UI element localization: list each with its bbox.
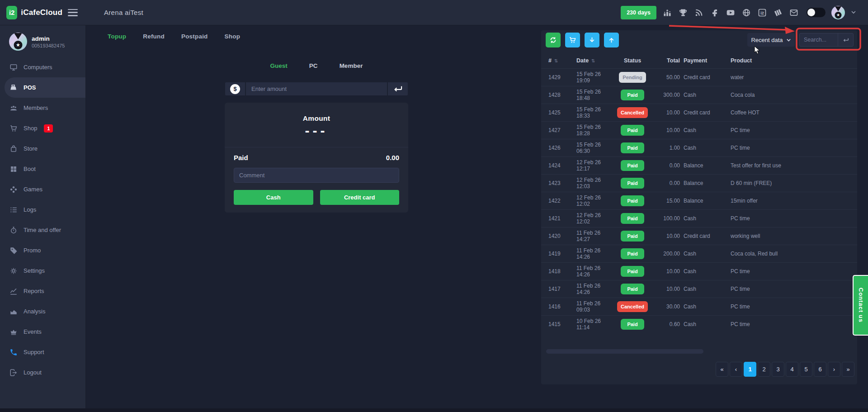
- status-badge: Pending: [619, 72, 646, 83]
- user-profile-block[interactable]: ★ admin 005193482475: [0, 25, 85, 57]
- column-header-payment: Payment: [680, 57, 731, 64]
- cash-button[interactable]: Cash: [234, 190, 313, 205]
- cell-id: 1423: [548, 180, 576, 186]
- sidebar-item-support[interactable]: Support: [0, 342, 85, 362]
- theme-toggle[interactable]: [807, 8, 826, 17]
- amount-input[interactable]: [246, 82, 387, 95]
- download-button[interactable]: [585, 33, 599, 47]
- user-avatar[interactable]: ★: [831, 6, 845, 19]
- sidebar-item-time-and-offer[interactable]: Time and offer: [0, 220, 85, 240]
- column-header-date[interactable]: Date⇅: [576, 57, 615, 64]
- table-row[interactable]: 142715 Feb 26 18:28Paid10.00CashPC time: [541, 121, 857, 139]
- sidebar-item-pos[interactable]: POS: [5, 77, 85, 98]
- facebook-icon[interactable]: [710, 8, 720, 18]
- credit-card-button[interactable]: Credit card: [320, 190, 400, 205]
- page-3-button[interactable]: 3: [772, 362, 784, 377]
- first-page-button[interactable]: «: [716, 362, 728, 377]
- comment-input[interactable]: [234, 168, 399, 183]
- data-range-dropdown[interactable]: Recent data: [747, 33, 795, 47]
- cell-payment: Cash: [680, 127, 731, 133]
- cell-status: Paid: [615, 160, 650, 171]
- medal-icon: ★: [14, 41, 23, 49]
- subscription-days-badge[interactable]: 230 days: [621, 6, 656, 19]
- sidebar-item-logout[interactable]: Logout: [0, 362, 85, 383]
- sidebar-item-label: Support: [24, 349, 44, 355]
- next-page-button[interactable]: ›: [828, 362, 840, 377]
- cell-id: 1429: [548, 74, 576, 81]
- sidebar-item-events[interactable]: Events: [0, 322, 85, 342]
- paid-label: Paid: [234, 154, 248, 161]
- page-1-button[interactable]: 1: [744, 362, 756, 377]
- sidebar-item-computers[interactable]: Computers: [0, 57, 85, 77]
- sidebar-item-promo[interactable]: Promo: [0, 240, 85, 260]
- prev-page-button[interactable]: ‹: [730, 362, 742, 377]
- pos-tab-refund[interactable]: Refund: [143, 33, 165, 40]
- sidebar-item-boot[interactable]: Boot: [0, 159, 85, 179]
- sidebar-item-label: Shop: [24, 125, 37, 132]
- sidebar-item-analysis[interactable]: Analysis: [0, 301, 85, 322]
- page-6-button[interactable]: 6: [814, 362, 826, 377]
- table-row[interactable]: 141811 Feb 26 14:26Paid10.00CashPC time: [541, 262, 857, 280]
- page-5-button[interactable]: 5: [800, 362, 812, 377]
- page-4-button[interactable]: 4: [786, 362, 798, 377]
- search-input[interactable]: [800, 33, 838, 46]
- analysis-icon: [9, 308, 18, 316]
- icafe-icon[interactable]: i2: [757, 8, 767, 18]
- account-tab-member[interactable]: Member: [340, 62, 363, 69]
- leaderboard-icon[interactable]: [662, 8, 672, 18]
- cell-status: Paid: [615, 213, 650, 224]
- chevron-down-icon[interactable]: [851, 9, 856, 17]
- sidebar-item-games[interactable]: Games: [0, 179, 85, 199]
- cart-button[interactable]: [565, 33, 580, 47]
- sidebar-item-settings[interactable]: Settings: [0, 260, 85, 281]
- table-row[interactable]: 142515 Feb 26 18:33Cancelled10.00Credit …: [541, 104, 857, 121]
- table-row[interactable]: 142312 Feb 26 12:03Paid0.00BalanceD 60 m…: [541, 174, 857, 192]
- table-row[interactable]: 142412 Feb 26 12:17Paid0.00BalanceTest o…: [541, 156, 857, 174]
- svg-text:i2: i2: [760, 10, 764, 15]
- pos-tab-postpaid[interactable]: Postpaid: [181, 33, 208, 40]
- app-logo[interactable]: i2 iCafeCloud: [0, 6, 62, 19]
- table-row[interactable]: 141611 Feb 26 09:03Cancelled30.00CashPC …: [541, 298, 857, 315]
- upload-button[interactable]: [604, 33, 619, 47]
- sidebar-item-shop[interactable]: Shop1: [0, 118, 85, 138]
- page-2-button[interactable]: 2: [758, 362, 770, 377]
- status-badge: Paid: [621, 178, 644, 189]
- table-row[interactable]: 141510 Feb 26 11:14Paid0.60CashPC time: [541, 315, 857, 333]
- table-row[interactable]: 142112 Feb 26 12:02Paid100.00CashPC time: [541, 209, 857, 227]
- cell-date: 11 Feb 26 14:27: [576, 230, 615, 242]
- youtube-icon[interactable]: [726, 8, 736, 18]
- trophy-icon[interactable]: [678, 8, 688, 18]
- cell-total: 50.00: [650, 74, 680, 81]
- status-badge: Paid: [621, 231, 644, 242]
- mail-icon[interactable]: [789, 8, 799, 18]
- sidebar-item-members[interactable]: Members: [0, 98, 85, 118]
- search-enter-button[interactable]: [838, 33, 853, 46]
- sidebar-item-reports[interactable]: Reports: [0, 281, 85, 301]
- pos-tab-topup[interactable]: Topup: [108, 33, 126, 40]
- account-tab-guest[interactable]: Guest: [270, 62, 288, 69]
- contact-us-button[interactable]: Contact us: [853, 275, 868, 336]
- table-row[interactable]: 141711 Feb 26 14:26Paid10.00CashPC time: [541, 280, 857, 298]
- table-row[interactable]: 142615 Feb 26 06:30Paid1.00CashPC time: [541, 139, 857, 156]
- amount-enter-button[interactable]: [387, 82, 408, 95]
- refresh-button[interactable]: [546, 33, 561, 47]
- pos-tab-shop[interactable]: Shop: [225, 33, 241, 40]
- table-row[interactable]: 142815 Feb 26 18:48Paid300.00CashCoca co…: [541, 86, 857, 104]
- horizontal-scrollbar[interactable]: [546, 349, 703, 354]
- table-row[interactable]: 142915 Feb 26 19:09Pending50.00Credit ca…: [541, 68, 857, 86]
- table-row[interactable]: 142011 Feb 26 14:27Paid10.00Credit cardw…: [541, 227, 857, 245]
- sidebar-item-logs[interactable]: Logs: [0, 199, 85, 220]
- table-row[interactable]: 141911 Feb 26 14:26Paid200.00CashCoca co…: [541, 245, 857, 262]
- account-tab-pc[interactable]: PC: [309, 62, 318, 69]
- last-page-button[interactable]: »: [842, 362, 854, 377]
- column-header-id[interactable]: #⇅: [548, 57, 576, 64]
- shop-count-badge: 1: [44, 124, 53, 133]
- cell-date: 11 Feb 26 14:26: [576, 283, 615, 295]
- menu-toggle-icon[interactable]: [68, 9, 78, 16]
- sidebar-item-store[interactable]: Store: [0, 138, 85, 159]
- bag-icon: [9, 145, 18, 153]
- globe-icon[interactable]: [741, 8, 751, 18]
- rss-icon[interactable]: [694, 8, 704, 18]
- layers-icon[interactable]: [773, 8, 783, 18]
- table-row[interactable]: 142212 Feb 26 12:02Paid15.00Balance15min…: [541, 192, 857, 209]
